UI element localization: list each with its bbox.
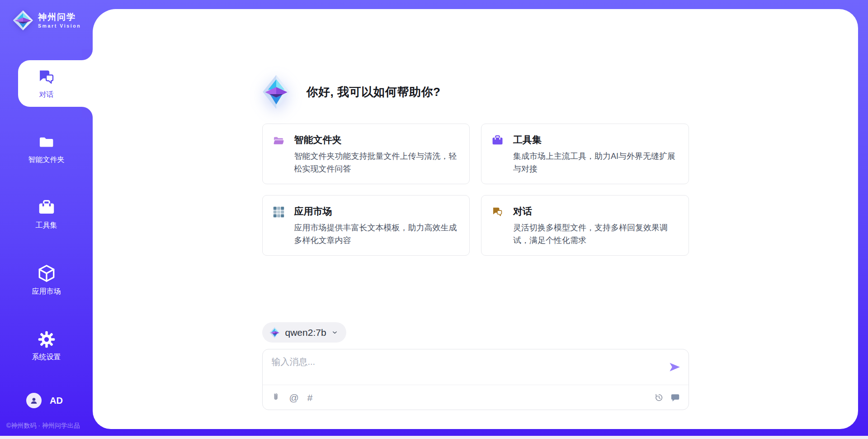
chevron-down-icon [331, 329, 338, 336]
topic-button[interactable]: # [307, 393, 313, 402]
chat-icon [491, 206, 504, 218]
folder-icon [38, 134, 56, 151]
mention-button[interactable]: @ [289, 393, 299, 402]
model-selector[interactable]: qwen2:7b [262, 322, 346, 343]
sidebar-item-app-market[interactable]: 应用市场 [0, 262, 93, 298]
composer: @ # [262, 349, 689, 410]
history-icon [654, 393, 664, 402]
sidebar: 神州问学 Smart Vision 对话 智能文件夹 工具集 应用市场 系统设置… [0, 0, 93, 439]
feature-cards: 智能文件夹 智能文件夹功能支持批量文件上传与清洗，轻松实现文件问答 工具集 集成… [262, 124, 689, 256]
sidebar-item-label: 系统设置 [32, 353, 61, 362]
history-button[interactable] [654, 393, 664, 402]
briefcase-icon [37, 199, 57, 217]
card-toolset[interactable]: 工具集 集成市场上主流工具，助力AI与外界无缝扩展与对接 [481, 124, 689, 184]
composer-toolbar: @ # [263, 385, 689, 410]
briefcase-icon [491, 134, 504, 147]
paperclip-icon [271, 392, 281, 402]
user-initials: AD [50, 396, 63, 406]
brand-logo: 神州问学 Smart Vision [13, 10, 81, 31]
gear-icon [38, 330, 56, 348]
at-icon: @ [289, 393, 299, 402]
send-icon [668, 360, 681, 374]
card-smart-folder[interactable]: 智能文件夹 智能文件夹功能支持批量文件上传与清洗，轻松实现文件问答 [262, 124, 470, 184]
brand-name: 神州问学 [38, 12, 81, 23]
card-description: 灵活切换多模型文件，支持多样回复效果调试，满足个性化需求 [513, 222, 678, 247]
sidebar-item-label: 智能文件夹 [28, 155, 65, 165]
model-name: qwen2:7b [285, 327, 326, 338]
model-diamond-icon [269, 327, 280, 339]
card-chat[interactable]: 对话 灵活切换多模型文件，支持多样回复效果调试，满足个性化需求 [481, 195, 689, 256]
message-input[interactable] [272, 357, 660, 367]
sidebar-item-chat[interactable]: 对话 [0, 60, 93, 107]
card-title: 工具集 [513, 134, 678, 146]
tab-join-curve-top [82, 49, 93, 60]
sidebar-item-label: 工具集 [36, 221, 57, 230]
tab-join-curve-bottom [82, 107, 93, 118]
sidebar-item-smart-folders[interactable]: 智能文件夹 [0, 131, 93, 167]
card-title: 应用市场 [294, 205, 459, 218]
chat-bubble-icon [670, 392, 680, 402]
attach-button[interactable] [271, 392, 281, 402]
content-panel: 你好, 我可以如何帮助你? 智能文件夹 智能文件夹功能支持批量文件上传与清洗，轻… [93, 9, 858, 429]
card-app-market[interactable]: 应用市场 应用市场提供丰富长文本模板，助力高效生成多样化文章内容 [262, 195, 470, 256]
brand-tagline: Smart Vision [38, 23, 81, 29]
sidebar-item-toolset[interactable]: 工具集 [0, 196, 93, 233]
greeting-title: 你好, 我可以如何帮助你? [307, 84, 441, 100]
brand-diamond-icon [13, 10, 33, 31]
app-root: { "brand": { "name": "神州问学", "tagline": … [0, 0, 868, 439]
user-icon [29, 396, 39, 406]
sidebar-item-system-settings[interactable]: 系统设置 [0, 328, 93, 364]
card-description: 应用市场提供丰富长文本模板，助力高效生成多样化文章内容 [294, 222, 459, 247]
open-folder-icon [273, 134, 285, 147]
copyright: ©神州数码 · 神州问学出品 [6, 422, 80, 430]
card-title: 智能文件夹 [294, 134, 459, 146]
hash-icon: # [307, 393, 313, 402]
user-profile[interactable]: AD [26, 393, 63, 408]
send-button[interactable] [668, 360, 681, 374]
cube-icon [37, 264, 56, 283]
sidebar-item-label: 应用市场 [32, 287, 61, 296]
card-description: 集成市场上主流工具，助力AI与外界无缝扩展与对接 [513, 150, 678, 176]
card-description: 智能文件夹功能支持批量文件上传与清洗，轻松实现文件问答 [294, 150, 459, 176]
horizontal-scrollbar[interactable] [0, 436, 868, 439]
grid-icon [273, 206, 285, 218]
quick-chat-button[interactable] [670, 392, 680, 402]
greeting-diamond-icon [262, 74, 290, 110]
chat-bubbles-icon [37, 68, 56, 87]
sidebar-item-label: 对话 [39, 90, 54, 100]
greeting: 你好, 我可以如何帮助你? [262, 74, 689, 110]
avatar [26, 393, 42, 408]
card-title: 对话 [513, 205, 678, 218]
